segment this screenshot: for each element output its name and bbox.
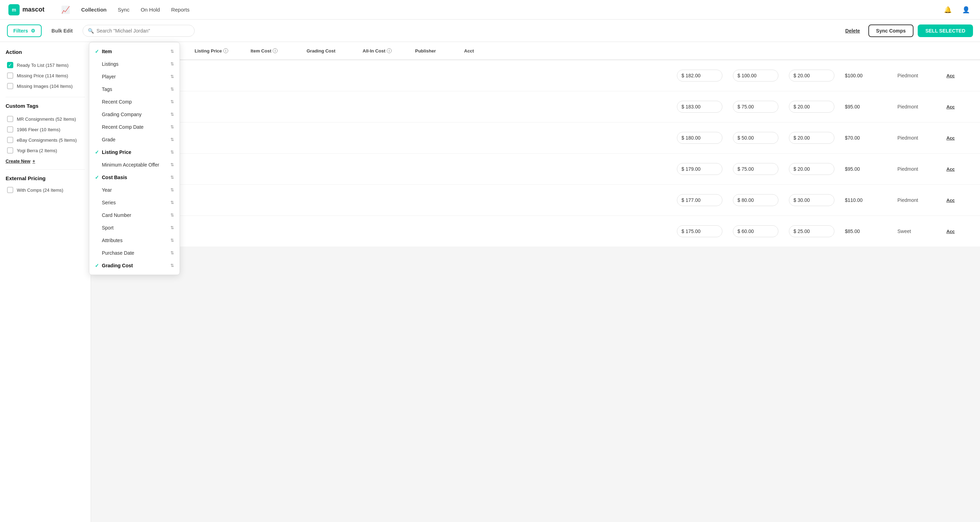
dropdown-item-grading-company[interactable]: Grading Company ⇅ — [89, 108, 180, 121]
grading-cost-input-1[interactable] — [789, 101, 834, 113]
row-acct-2[interactable]: Acc — [947, 135, 974, 141]
create-new-button[interactable]: Create New + — [6, 159, 85, 164]
dropdown-item-cost-basis[interactable]: ✓ Cost Basis ⇅ — [89, 171, 180, 184]
listing-price-input-4[interactable] — [677, 194, 722, 206]
filters-button[interactable]: Filters ⚙ — [7, 24, 41, 37]
th-publisher[interactable]: Publisher — [415, 48, 464, 54]
row-grading-cost-1[interactable] — [789, 101, 845, 113]
search-box[interactable]: 🔍 — [83, 25, 195, 37]
dropdown-item-listing-price[interactable]: ✓ Listing Price ⇅ — [89, 146, 180, 159]
grading-cost-input-4[interactable] — [789, 194, 834, 206]
acct-link-1[interactable]: Acc — [947, 104, 955, 109]
listing-price-input-1[interactable] — [677, 101, 722, 113]
acct-link-0[interactable]: Acc — [947, 73, 955, 78]
item-cost-input-3[interactable] — [733, 163, 778, 175]
acct-link-3[interactable]: Acc — [947, 167, 955, 172]
yogi-berra-checkbox[interactable] — [7, 147, 13, 154]
item-cost-input-0[interactable] — [733, 70, 778, 81]
nav-sync[interactable]: Sync — [118, 6, 129, 13]
grading-cost-input-2[interactable] — [789, 132, 834, 144]
row-grading-cost-5[interactable] — [789, 225, 845, 237]
item-cost-input-2[interactable] — [733, 132, 778, 144]
info-icon[interactable]: i — [223, 48, 228, 53]
row-item-cost-4[interactable] — [733, 194, 789, 206]
dropdown-item-sport[interactable]: Sport ⇅ — [89, 222, 180, 234]
row-listing-price-2[interactable] — [677, 132, 733, 144]
delete-button[interactable]: Delete — [841, 25, 864, 36]
listing-price-input-2[interactable] — [677, 132, 722, 144]
row-acct-0[interactable]: Acc — [947, 73, 974, 78]
1986-fleer-checkbox[interactable] — [7, 126, 13, 133]
acct-link-4[interactable]: Acc — [947, 198, 955, 203]
bulk-edit-button[interactable]: Bulk Edit — [46, 25, 78, 36]
th-grading-cost[interactable]: Grading Cost — [307, 48, 363, 54]
sidebar-item-ebay-consignments[interactable]: eBay Consignments (5 Items) — [6, 135, 85, 145]
chart-icon[interactable]: 📈 — [61, 6, 70, 14]
acct-link-5[interactable]: Acc — [947, 229, 955, 234]
acct-link-2[interactable]: Acc — [947, 135, 955, 141]
row-grading-cost-0[interactable] — [789, 70, 845, 81]
sync-comps-button[interactable]: Sync Comps — [869, 24, 913, 37]
nav-reports[interactable]: Reports — [171, 6, 190, 13]
with-comps-checkbox[interactable] — [7, 187, 13, 193]
item-cost-input-5[interactable] — [733, 225, 778, 237]
row-grading-cost-2[interactable] — [789, 132, 845, 144]
search-input[interactable] — [97, 28, 189, 33]
listing-price-input-3[interactable] — [677, 163, 722, 175]
listing-price-input-5[interactable] — [677, 225, 722, 237]
item-cost-input-4[interactable] — [733, 194, 778, 206]
row-acct-5[interactable]: Acc — [947, 228, 974, 234]
row-item-cost-0[interactable] — [733, 70, 789, 81]
dropdown-item-card-number[interactable]: Card Number ⇅ — [89, 209, 180, 222]
row-acct-1[interactable]: Acc — [947, 104, 974, 109]
th-item-cost[interactable]: Item Cost i — [251, 48, 307, 54]
row-listing-price-0[interactable] — [677, 70, 733, 81]
nav-on-hold[interactable]: On Hold — [141, 6, 160, 13]
row-acct-4[interactable]: Acc — [947, 197, 974, 203]
th-all-in-cost[interactable]: All-In Cost i — [363, 48, 415, 54]
listing-price-input-0[interactable] — [677, 70, 722, 81]
sell-selected-button[interactable]: SELL SELECTED — [918, 24, 973, 37]
sidebar-item-missing-price[interactable]: Missing Price (114 Items) — [6, 70, 85, 81]
row-listing-price-3[interactable] — [677, 163, 733, 175]
notifications-button[interactable]: 🔔 — [942, 4, 953, 15]
th-acct[interactable]: Acct — [464, 48, 492, 54]
dropdown-item-minimum-acceptable-offer[interactable]: Minimum Acceptable Offer ⇅ — [89, 159, 180, 171]
grading-cost-input-0[interactable] — [789, 70, 834, 81]
sidebar-item-1986-fleer[interactable]: 1986 Fleer (10 Items) — [6, 124, 85, 135]
dropdown-item-grading-cost[interactable]: ✓ Grading Cost ⇅ — [89, 259, 180, 272]
nav-logo[interactable]: m mascot — [8, 4, 45, 15]
sidebar-item-ready-to-list[interactable]: ✓ Ready To List (157 Items) — [6, 60, 85, 70]
sidebar-item-mr-consignments[interactable]: MR Consignments (52 Items) — [6, 114, 85, 124]
row-listing-price-4[interactable] — [677, 194, 733, 206]
nav-collection[interactable]: Collection — [81, 6, 107, 13]
dropdown-item-item[interactable]: ✓ Item ⇅ — [89, 45, 180, 58]
sidebar-item-missing-images[interactable]: Missing Images (104 Items) — [6, 81, 85, 91]
sidebar-item-yogi-berra[interactable]: Yogi Berra (2 Items) — [6, 145, 85, 156]
missing-images-checkbox[interactable] — [7, 83, 13, 89]
mr-consignments-checkbox[interactable] — [7, 116, 13, 122]
dropdown-item-recent-comp[interactable]: Recent Comp ⇅ — [89, 95, 180, 108]
row-grading-cost-4[interactable] — [789, 194, 845, 206]
dropdown-item-grade[interactable]: Grade ⇅ — [89, 133, 180, 146]
row-item-cost-1[interactable] — [733, 101, 789, 113]
dropdown-item-attributes[interactable]: Attributes ⇅ — [89, 234, 180, 247]
row-acct-3[interactable]: Acc — [947, 166, 974, 172]
info-icon[interactable]: i — [387, 48, 391, 53]
grading-cost-input-3[interactable] — [789, 163, 834, 175]
dropdown-item-player[interactable]: Player ⇅ — [89, 70, 180, 83]
info-icon[interactable]: i — [273, 48, 278, 53]
dropdown-item-series[interactable]: Series ⇅ — [89, 196, 180, 209]
sidebar-item-with-comps[interactable]: With Comps (24 Items) — [6, 185, 85, 195]
dropdown-item-listings[interactable]: Listings ⇅ — [89, 58, 180, 70]
missing-price-checkbox[interactable] — [7, 72, 13, 79]
th-listing-price[interactable]: Listing Price i — [195, 48, 251, 54]
row-listing-price-1[interactable] — [677, 101, 733, 113]
dropdown-item-recent-comp-date[interactable]: Recent Comp Date ⇅ — [89, 121, 180, 133]
ebay-consignments-checkbox[interactable] — [7, 137, 13, 143]
ready-to-list-checkbox[interactable]: ✓ — [7, 62, 13, 68]
row-item-cost-5[interactable] — [733, 225, 789, 237]
row-grading-cost-3[interactable] — [789, 163, 845, 175]
row-listing-price-5[interactable] — [677, 225, 733, 237]
dropdown-item-purchase-date[interactable]: Purchase Date ⇅ — [89, 247, 180, 259]
